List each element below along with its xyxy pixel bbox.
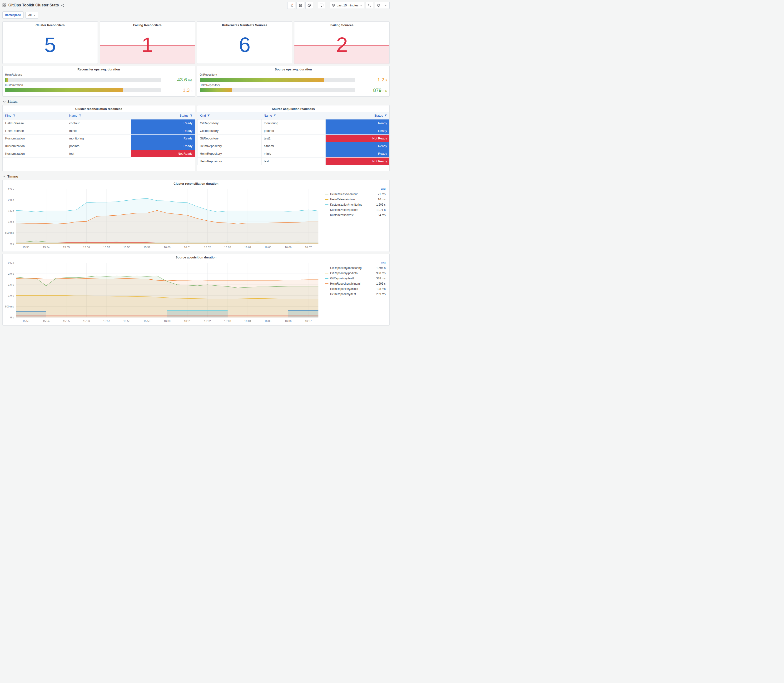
gauge-rows: GitRepository 1.2 s HelmRepository 879 m…	[197, 72, 390, 93]
legend-item[interactable]: GitRepository/podinfo980 ms	[325, 271, 386, 276]
series-label: Kustomization/test	[330, 213, 375, 217]
legend-item[interactable]: GitRepository/monitoring1.594 s	[325, 265, 386, 271]
column-header-kind[interactable]: Kind	[3, 112, 67, 119]
svg-text:500 ms: 500 ms	[5, 305, 14, 308]
panel-title[interactable]: Failing Sources	[294, 22, 390, 27]
time-range-picker[interactable]: Last 15 minutes	[330, 2, 364, 9]
cell-kind: HelmRelease	[3, 127, 67, 135]
svg-text:16:06: 16:06	[285, 246, 291, 249]
row-toggle-status[interactable]: Status	[2, 97, 390, 105]
table-row: GitRepositorymonitoringReady	[197, 119, 390, 127]
zoom-out-button[interactable]	[366, 2, 373, 9]
panel-title[interactable]: Reconciler ops avg. duration	[3, 66, 195, 72]
dashboard-title[interactable]: GitOps Toolkit Cluster Stats	[8, 3, 59, 7]
cell-name: podinfo	[261, 127, 325, 135]
panel-title[interactable]: Source ops avg. duration	[197, 66, 390, 72]
legend-item[interactable]: Kustomization/podinfo1.071 s	[325, 207, 386, 213]
dashboard-grid-icon[interactable]	[2, 3, 6, 7]
legend-item[interactable]: HelmRelease/contour71 ms	[325, 192, 386, 197]
svg-text:0 s: 0 s	[10, 242, 14, 245]
legend-item[interactable]: Kustomization/test84 ms	[325, 213, 386, 218]
gauge-value: 1.2 s	[359, 77, 387, 83]
panel-cluster-reconciliation-duration: Cluster reconciliation duration 15:5315:…	[2, 180, 390, 252]
save-dashboard-button[interactable]	[296, 2, 304, 9]
svg-text:1.5 s: 1.5 s	[8, 209, 14, 212]
filter-funnel-icon	[385, 114, 387, 117]
settings-gear-button[interactable]	[305, 2, 313, 9]
column-header-status[interactable]: Status	[325, 112, 390, 119]
time-range-label: Last 15 minutes	[337, 3, 358, 7]
share-icon[interactable]	[61, 3, 64, 7]
cell-status: Not Ready	[131, 150, 195, 157]
series-avg-value: 16 ms	[378, 198, 386, 201]
series-color-mark	[325, 289, 329, 289]
cell-status: Not Ready	[325, 135, 390, 142]
column-header-kind[interactable]: Kind	[197, 112, 261, 119]
time-series-plot[interactable]: 15:5315:5415:5515:5615:5715:5815:5916:00…	[3, 187, 321, 250]
svg-text:15:57: 15:57	[103, 320, 110, 322]
table-row: GitRepositorypodinfoReady	[197, 127, 390, 135]
panel-title[interactable]: Cluster Reconcilers	[3, 22, 98, 27]
legend-item[interactable]: HelmRepository/minio108 ms	[325, 286, 386, 292]
panel-title[interactable]: Failing Reconcilers	[100, 22, 195, 27]
svg-text:16:05: 16:05	[265, 320, 271, 322]
cell-status: Ready	[325, 142, 390, 150]
gauge-track	[200, 88, 355, 92]
table-row: HelmRepositorytestNot Ready	[197, 157, 390, 165]
svg-text:0 s: 0 s	[10, 316, 14, 319]
panel-title[interactable]: Kubernetes Manifests Sources	[197, 22, 292, 27]
add-panel-button[interactable]	[287, 2, 295, 9]
variables-submenu: namespace All	[0, 10, 392, 21]
svg-text:1.0 s: 1.0 s	[8, 220, 14, 223]
refresh-controls	[375, 2, 390, 9]
panel-failing-sources: Failing Sources 2	[294, 21, 390, 64]
tv-mode-button[interactable]	[318, 2, 325, 9]
filter-funnel-icon	[79, 114, 82, 117]
cell-name: test2	[261, 135, 325, 142]
legend-item[interactable]: HelmRelease/minio16 ms	[325, 197, 386, 202]
gauge-label: HelmRepository	[200, 83, 387, 87]
legend-item[interactable]: Kustomization/monitoring1.605 s	[325, 202, 386, 207]
series-label: HelmRepository/minio	[330, 287, 374, 290]
cell-kind: Kustomization	[3, 142, 67, 150]
legend-item[interactable]: HelmRepository/bitnami1.695 s	[325, 281, 386, 286]
chart-legend: avgHelmRelease/contour71 msHelmRelease/m…	[321, 187, 388, 250]
stats-row: Cluster Reconcilers 5 Failing Reconciler…	[2, 21, 390, 64]
panel-title[interactable]: Source acquisition duration	[3, 254, 390, 260]
row-toggle-timing[interactable]: Timing	[2, 172, 390, 180]
series-label: HelmRepository/bitnami	[330, 282, 374, 285]
panel-title[interactable]: Cluster reconciliation readiness	[3, 106, 195, 111]
refresh-interval-dropdown[interactable]	[382, 2, 390, 9]
cell-kind: HelmRepository	[197, 142, 261, 150]
variable-label-namespace[interactable]: namespace	[2, 11, 24, 19]
row-title-label: Status	[7, 100, 18, 104]
svg-text:15:55: 15:55	[63, 320, 69, 322]
gauge-value: 879 ms	[359, 87, 387, 93]
svg-text:15:59: 15:59	[144, 320, 150, 322]
panel-title[interactable]: Cluster reconciliation duration	[3, 180, 390, 186]
series-avg-value: 1.695 s	[376, 282, 386, 285]
variable-value-dropdown[interactable]: All	[26, 12, 38, 19]
series-avg-value: 1.594 s	[376, 266, 386, 269]
legend-item[interactable]: HelmRepository/test289 ms	[325, 292, 386, 297]
panel-source-acquisition-readiness: Source acquisition readiness Kind Name S…	[197, 105, 390, 172]
cell-kind: HelmRelease	[3, 119, 67, 127]
svg-text:15:55: 15:55	[63, 246, 69, 249]
table-row: GitRepositorytest2Not Ready	[197, 135, 390, 142]
column-header-name[interactable]: Name	[67, 112, 131, 119]
panel-title[interactable]: Source acquisition readiness	[197, 106, 390, 111]
series-label: GitRepository/test2	[330, 277, 374, 280]
column-header-name[interactable]: Name	[261, 112, 325, 119]
table-row: HelmReleaseminioReady	[3, 127, 195, 135]
legend-item[interactable]: GitRepository/test2338 ms	[325, 276, 386, 281]
series-label: HelmRepository/test	[330, 292, 374, 296]
cell-status: Ready	[325, 119, 390, 127]
table-body: GitRepositorymonitoringReadyGitRepositor…	[197, 119, 390, 165]
table-body: HelmReleasecontourReadyHelmReleaseminioR…	[3, 119, 195, 157]
time-series-plot[interactable]: 15:5315:5415:5515:5615:5715:5815:5916:00…	[3, 260, 321, 324]
gauge-track	[200, 78, 355, 82]
svg-text:16:07: 16:07	[305, 246, 311, 249]
column-header-status[interactable]: Status	[131, 112, 195, 119]
refresh-button[interactable]	[375, 2, 382, 9]
svg-text:16:01: 16:01	[184, 320, 191, 322]
